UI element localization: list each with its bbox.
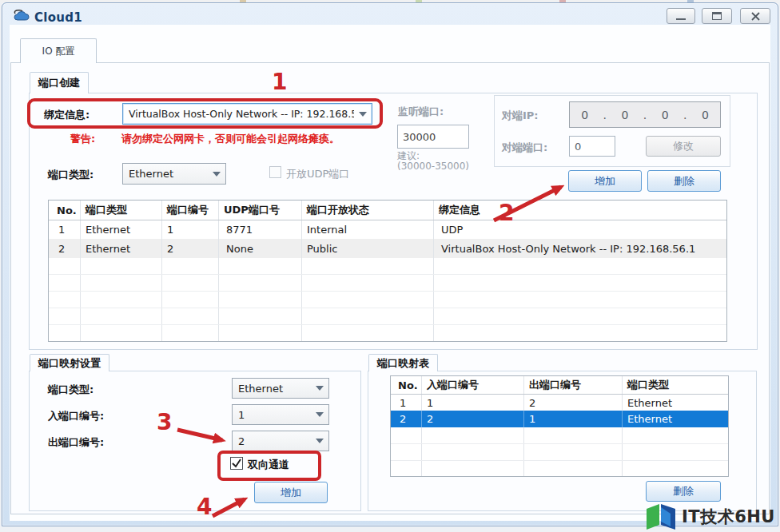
cell: 1 — [524, 411, 623, 427]
warning-text: 请勿绑定公网网卡，否则可能会引起网络瘫痪。 — [121, 132, 340, 146]
cell: Internal — [302, 220, 434, 239]
port-type-dropdown[interactable]: Ethernet — [122, 163, 226, 185]
listen-port-input[interactable]: 30000 — [397, 125, 469, 149]
cell: 1 — [422, 395, 524, 411]
tab-io-config[interactable]: IO 配置 — [20, 38, 97, 63]
add-button-label: 增加 — [281, 486, 301, 500]
port-table-header: No. 端口类型 端口编号 UDP端口号 端口开放状态 绑定信息 — [49, 200, 726, 220]
check-icon — [231, 458, 242, 469]
map-port-type-label: 端口类型: — [48, 383, 94, 397]
table-row[interactable]: 1 1 2 Ethernet — [391, 395, 728, 411]
table-row[interactable]: 1 Ethernet 1 8771 Internal UDP — [49, 220, 726, 239]
cell: 1 — [391, 395, 422, 411]
delete-button-label: 删除 — [673, 484, 694, 498]
cell: 8771 — [219, 220, 302, 239]
col-open-state: 端口开放状态 — [302, 200, 434, 220]
cell: 2 — [524, 395, 623, 411]
maximize-button[interactable] — [702, 8, 732, 24]
cell: 2 — [422, 411, 524, 427]
port-type-label: 端口类型: — [48, 168, 94, 182]
mapping-add-button[interactable]: 增加 — [254, 482, 328, 503]
chevron-down-icon — [213, 172, 221, 177]
chevron-down-icon — [316, 386, 324, 391]
port-table[interactable]: No. 端口类型 端口编号 UDP端口号 端口开放状态 绑定信息 1 Ether… — [48, 200, 727, 342]
col-port-type: 端口类型 — [623, 376, 728, 394]
peer-port-value: 0 — [575, 141, 581, 153]
add-button-label: 增加 — [595, 174, 615, 189]
cell: VirtualBox Host-Only Network -- IP: 192.… — [434, 239, 726, 258]
chevron-down-icon — [316, 439, 324, 443]
cell: 2 — [162, 239, 219, 258]
titlebar[interactable]: Cloud1 — [2, 3, 778, 26]
empty-row — [49, 292, 726, 308]
listen-port-label: 监听端口: — [398, 105, 444, 119]
out-port-value: 2 — [238, 435, 245, 447]
empty-row — [49, 325, 726, 341]
tab-label: IO 配置 — [42, 45, 75, 58]
chevron-down-icon — [359, 112, 367, 117]
empty-row — [391, 444, 728, 461]
bidirectional-checkbox[interactable] — [230, 457, 243, 470]
modify-button-label: 修改 — [673, 139, 694, 153]
warning-label: 警告: — [70, 132, 95, 146]
group-title: 端口创建 — [38, 76, 80, 90]
port-type-value: Ethernet — [129, 168, 173, 180]
cell: Ethernet — [81, 220, 162, 239]
group-port-mapping-table-label: 端口映射表 — [368, 354, 438, 371]
peer-ip-label: 对端IP: — [502, 109, 539, 123]
mapping-table[interactable]: No. 入端口编号 出端口编号 端口类型 1 1 2 Ethernet 2 2 … — [390, 375, 729, 477]
bidirectional-label: 双向通道 — [248, 458, 289, 472]
cell: UDP — [434, 220, 726, 239]
cell: Ethernet — [623, 411, 728, 427]
col-udp-port: UDP端口号 — [219, 200, 302, 220]
modify-button[interactable]: 修改 — [646, 136, 721, 157]
mapping-delete-button[interactable]: 删除 — [646, 481, 721, 502]
cell: 2 — [391, 411, 422, 427]
empty-row — [391, 461, 728, 476]
cell: 2 — [49, 239, 81, 258]
peer-port-input[interactable]: 0 — [569, 136, 615, 157]
out-port-label: 出端口编号: — [48, 435, 104, 450]
binding-info-dropdown[interactable]: VirtualBox Host-Only Network -- IP: 192.… — [122, 103, 372, 125]
table-row[interactable]: 2 Ethernet 2 None Public VirtualBox Host… — [49, 239, 726, 258]
close-button[interactable] — [740, 8, 770, 24]
open-udp-label: 开放UDP端口 — [286, 167, 349, 181]
open-udp-checkbox[interactable] — [269, 166, 281, 178]
col-no: No. — [49, 200, 81, 220]
watermark-logo-icon — [644, 502, 678, 531]
group-port-create-label: 端口创建 — [30, 72, 89, 93]
cell: Public — [302, 239, 434, 258]
delete-button-label: 删除 — [674, 174, 694, 189]
watermark-text: IT技术6HU — [682, 506, 775, 528]
maximize-icon — [712, 12, 722, 20]
mapping-table-header: No. 入端口编号 出端口编号 端口类型 — [391, 376, 728, 395]
map-port-type-dropdown[interactable]: Ethernet — [232, 378, 329, 399]
minimize-button[interactable] — [667, 8, 695, 24]
col-binding-info: 绑定信息 — [434, 200, 726, 220]
cell: Ethernet — [81, 239, 162, 258]
table-row-selected[interactable]: 2 2 1 Ethernet — [391, 411, 728, 427]
port-create-add-button[interactable]: 增加 — [568, 170, 642, 192]
group-title: 端口映射设置 — [38, 356, 101, 371]
group-port-mapping-settings-label: 端口映射设置 — [30, 354, 109, 371]
col-port-num: 端口编号 — [162, 200, 219, 220]
out-port-dropdown[interactable]: 2 — [232, 431, 329, 451]
binding-info-value: VirtualBox Host-Only Network -- IP: 192.… — [129, 108, 354, 120]
cell: 1 — [49, 220, 81, 239]
peer-ip-field[interactable]: 0 . 0 . 0 . 0 — [569, 101, 721, 128]
cell: Ethernet — [623, 395, 728, 411]
col-out-port: 出端口编号 — [524, 376, 623, 394]
in-port-dropdown[interactable]: 1 — [232, 404, 329, 425]
cell: 1 — [162, 220, 219, 239]
cell: None — [219, 239, 302, 258]
in-port-value: 1 — [238, 409, 245, 421]
col-no: No. — [391, 376, 422, 394]
watermark: IT技术6HU — [644, 502, 780, 532]
empty-row — [49, 308, 726, 325]
port-create-delete-button[interactable]: 删除 — [647, 170, 721, 192]
binding-info-label: 绑定信息: — [44, 108, 90, 122]
empty-row — [49, 258, 726, 275]
empty-row — [391, 427, 728, 444]
window-title: Cloud1 — [34, 10, 82, 25]
group-title: 端口映射表 — [377, 356, 429, 371]
